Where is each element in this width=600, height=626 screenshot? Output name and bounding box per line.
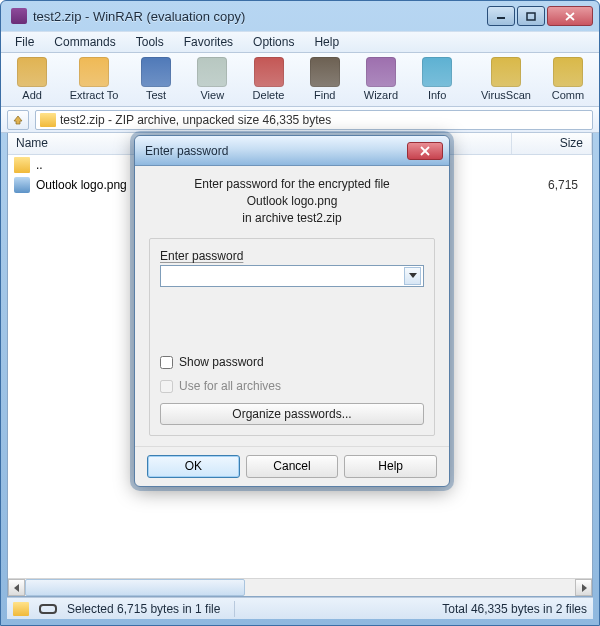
menu-favorites[interactable]: Favorites [174, 32, 243, 52]
menu-commands[interactable]: Commands [44, 32, 125, 52]
archive-status-icon [13, 602, 29, 616]
wizard-icon [366, 57, 396, 87]
password-dialog: Enter password Enter password for the en… [134, 135, 450, 487]
show-password-checkbox[interactable] [160, 356, 173, 369]
trash-icon [254, 57, 284, 87]
books-icon [17, 57, 47, 87]
image-icon [14, 177, 30, 193]
status-divider [234, 601, 235, 617]
use-all-checkbox [160, 380, 173, 393]
password-label: Enter password [160, 249, 424, 263]
use-all-row: Use for all archives [160, 379, 424, 393]
window-title: test2.zip - WinRAR (evaluation copy) [33, 9, 485, 24]
scroll-right-button[interactable] [575, 579, 592, 596]
scroll-icon [553, 57, 583, 87]
menu-help[interactable]: Help [304, 32, 349, 52]
show-password-row[interactable]: Show password [160, 355, 424, 369]
tool-view[interactable]: View [185, 54, 239, 104]
show-password-label: Show password [179, 355, 264, 369]
close-button[interactable] [547, 6, 593, 26]
path-text: test2.zip - ZIP archive, unpacked size 4… [60, 113, 331, 127]
up-button[interactable] [7, 110, 29, 130]
svg-rect-1 [527, 13, 535, 20]
status-selected: Selected 6,715 bytes in 1 file [67, 602, 220, 616]
tool-extract[interactable]: Extract To [61, 54, 127, 104]
main-window: test2.zip - WinRAR (evaluation copy) Fil… [0, 0, 600, 626]
tool-delete[interactable]: Delete [241, 54, 295, 104]
app-icon [11, 8, 27, 24]
tool-info[interactable]: Info [410, 54, 464, 104]
dropdown-button[interactable] [404, 267, 421, 285]
dialog-body: Enter password for the encrypted file Ou… [135, 166, 449, 446]
dialog-close-button[interactable] [407, 142, 443, 160]
archive-icon [40, 113, 56, 127]
cancel-button[interactable]: Cancel [246, 455, 339, 478]
use-all-label: Use for all archives [179, 379, 281, 393]
scroll-track[interactable] [25, 579, 575, 596]
scales-icon [197, 57, 227, 87]
key-icon [39, 604, 57, 614]
tool-virusscan[interactable]: VirusScan [473, 54, 539, 104]
menu-file[interactable]: File [5, 32, 44, 52]
menu-tools[interactable]: Tools [126, 32, 174, 52]
col-size[interactable]: Size [512, 133, 592, 154]
dialog-message-line: Enter password for the encrypted file [149, 176, 435, 193]
dialog-buttons: OK Cancel Help [135, 446, 449, 486]
help-button[interactable]: Help [344, 455, 437, 478]
extract-icon [79, 57, 109, 87]
info-icon [422, 57, 452, 87]
dialog-message-line: in archive test2.zip [149, 210, 435, 227]
password-group: Enter password Show password Use for al [149, 238, 435, 436]
tool-comment[interactable]: Comm [541, 54, 595, 104]
titlebar[interactable]: test2.zip - WinRAR (evaluation copy) [1, 1, 599, 31]
tool-wizard[interactable]: Wizard [354, 54, 408, 104]
path-field[interactable]: test2.zip - ZIP archive, unpacked size 4… [35, 110, 593, 130]
flask-icon [141, 57, 171, 87]
file-size: 6,715 [506, 178, 586, 192]
scroll-thumb[interactable] [25, 579, 245, 596]
bug-icon [491, 57, 521, 87]
password-combo[interactable] [160, 265, 424, 287]
status-bar: Selected 6,715 bytes in 1 file Total 46,… [7, 597, 593, 619]
dialog-titlebar[interactable]: Enter password [135, 136, 449, 166]
scroll-left-button[interactable] [8, 579, 25, 596]
tool-test[interactable]: Test [129, 54, 183, 104]
dialog-title: Enter password [145, 144, 407, 158]
dialog-message-line: Outlook logo.png [149, 193, 435, 210]
address-bar: test2.zip - ZIP archive, unpacked size 4… [1, 107, 599, 133]
dialog-message: Enter password for the encrypted file Ou… [149, 176, 435, 226]
minimize-button[interactable] [487, 6, 515, 26]
menubar: File Commands Tools Favorites Options He… [1, 31, 599, 53]
organize-passwords-button[interactable]: Organize passwords... [160, 403, 424, 425]
status-total: Total 46,335 bytes in 2 files [442, 602, 587, 616]
window-controls [485, 6, 593, 26]
svg-rect-0 [497, 17, 505, 19]
password-input[interactable] [165, 267, 404, 285]
toolbar: Add Extract To Test View Delete Find Wiz… [1, 53, 599, 107]
h-scrollbar[interactable] [8, 578, 592, 596]
tool-add[interactable]: Add [5, 54, 59, 104]
maximize-button[interactable] [517, 6, 545, 26]
tool-find[interactable]: Find [298, 54, 352, 104]
menu-options[interactable]: Options [243, 32, 304, 52]
ok-button[interactable]: OK [147, 455, 240, 478]
binoculars-icon [310, 57, 340, 87]
folder-icon [14, 157, 30, 173]
